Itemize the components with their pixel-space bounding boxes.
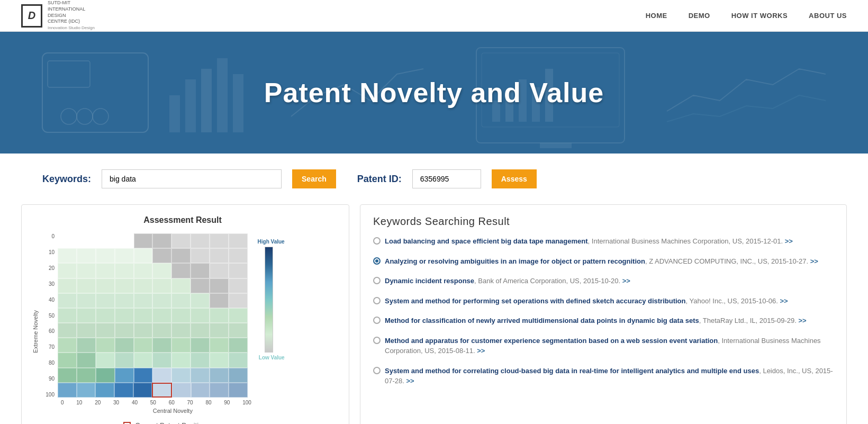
x-axis-ticks: 0102030405060708090100 <box>61 398 251 405</box>
navbar: D SUTD-MITINTERNATIONALDESIGNCENTRE (IDC… <box>0 0 868 32</box>
legend-high-label: High Value <box>253 239 285 245</box>
svg-point-4 <box>93 109 108 124</box>
svg-point-3 <box>77 109 93 124</box>
color-scale-bar <box>265 247 273 353</box>
chart-grid <box>58 233 248 398</box>
list-item[interactable]: Dynamic incident response, Bank of Ameri… <box>373 276 834 286</box>
result-link[interactable]: >> <box>810 257 818 265</box>
list-item[interactable]: Method and apparatus for customer experi… <box>373 336 834 356</box>
result-text: System and method for performing set ope… <box>385 296 788 306</box>
current-position-label: Current Patent Position <box>135 421 206 424</box>
legend-low-label: Low Value <box>253 355 285 360</box>
result-link[interactable]: >> <box>622 277 630 285</box>
result-link[interactable]: >> <box>780 297 788 305</box>
nav-demo[interactable]: DEMO <box>689 12 710 20</box>
radio-button[interactable] <box>373 277 381 284</box>
result-text: System and method for correlating cloud-… <box>385 366 834 386</box>
current-position-box <box>123 422 131 425</box>
list-item[interactable]: Method for classification of newly arriv… <box>373 315 834 326</box>
logo-text: SUTD-MITINTERNATIONALDESIGNCENTRE (IDC)I… <box>48 0 95 31</box>
svg-point-2 <box>61 109 77 124</box>
list-item[interactable]: System and method for correlating cloud-… <box>373 366 834 386</box>
radio-button[interactable] <box>373 337 381 344</box>
radio-button-selected[interactable] <box>373 257 381 265</box>
results-title: Keywords Searching Result <box>373 215 834 228</box>
svg-rect-9 <box>233 74 243 132</box>
logo-icon: D <box>21 4 42 28</box>
list-item[interactable]: Analyzing or resolving ambiguities in an… <box>373 256 834 267</box>
nav-home[interactable]: HOME <box>646 12 667 20</box>
svg-rect-8 <box>217 58 228 132</box>
result-link[interactable]: >> <box>477 347 485 355</box>
radio-button[interactable] <box>373 367 381 374</box>
svg-rect-7 <box>201 69 212 132</box>
svg-rect-1 <box>48 61 90 87</box>
nav-how-it-works[interactable]: HOW IT WORKS <box>731 12 788 20</box>
hero-title: Patent Novelty and Value <box>264 77 604 109</box>
svg-rect-6 <box>185 79 196 132</box>
result-text: Load balancing and space efficient big d… <box>385 236 793 247</box>
keywords-input[interactable] <box>102 169 282 188</box>
current-position-legend: Current Patent Position <box>45 421 285 424</box>
patent-id-input[interactable] <box>412 169 481 188</box>
radio-button[interactable] <box>373 317 381 324</box>
svg-rect-5 <box>169 95 180 132</box>
list-item[interactable]: System and method for performing set ope… <box>373 296 834 306</box>
svg-rect-12 <box>540 143 572 148</box>
nav-links: HOME DEMO HOW IT WORKS ABOUT US <box>646 12 847 20</box>
result-link[interactable]: >> <box>798 317 806 324</box>
search-button[interactable]: Search <box>292 169 336 188</box>
y-axis-ticks: 1009080706050403020100 <box>45 233 58 398</box>
result-text: Dynamic incident response, Bank of Ameri… <box>385 276 630 286</box>
assess-button[interactable]: Assess <box>492 169 537 188</box>
svg-rect-0 <box>42 53 148 132</box>
keywords-label: Keywords: <box>42 174 91 185</box>
x-axis-label: Central Novelty <box>61 408 285 414</box>
logo: D SUTD-MITINTERNATIONALDESIGNCENTRE (IDC… <box>21 0 95 31</box>
search-bar: Keywords: Search Patent ID: Assess <box>0 154 868 204</box>
result-text: Method and apparatus for customer experi… <box>385 336 834 356</box>
patent-id-label: Patent ID: <box>357 174 402 185</box>
chart-title: Assessment Result <box>32 215 333 225</box>
radio-button[interactable] <box>373 297 381 304</box>
main-content: Assessment Result Extreme Novelty 100908… <box>0 204 868 424</box>
result-link[interactable]: >> <box>785 237 793 245</box>
nav-about-us[interactable]: ABOUT US <box>809 12 847 20</box>
result-text: Analyzing or resolving ambiguities in an… <box>385 256 818 267</box>
chart-legend: High Value Low Value <box>253 239 285 360</box>
y-axis-label: Extreme Novelty <box>32 310 39 353</box>
result-link[interactable]: >> <box>406 377 414 385</box>
results-panel[interactable]: Keywords Searching Result Load balancing… <box>360 204 847 424</box>
chart-panel: Assessment Result Extreme Novelty 100908… <box>21 204 349 424</box>
radio-button[interactable] <box>373 237 381 245</box>
result-text: Method for classification of newly arriv… <box>385 315 807 326</box>
hero-banner: Patent Novelty and Value <box>0 32 868 154</box>
list-item[interactable]: Load balancing and space efficient big d… <box>373 236 834 247</box>
